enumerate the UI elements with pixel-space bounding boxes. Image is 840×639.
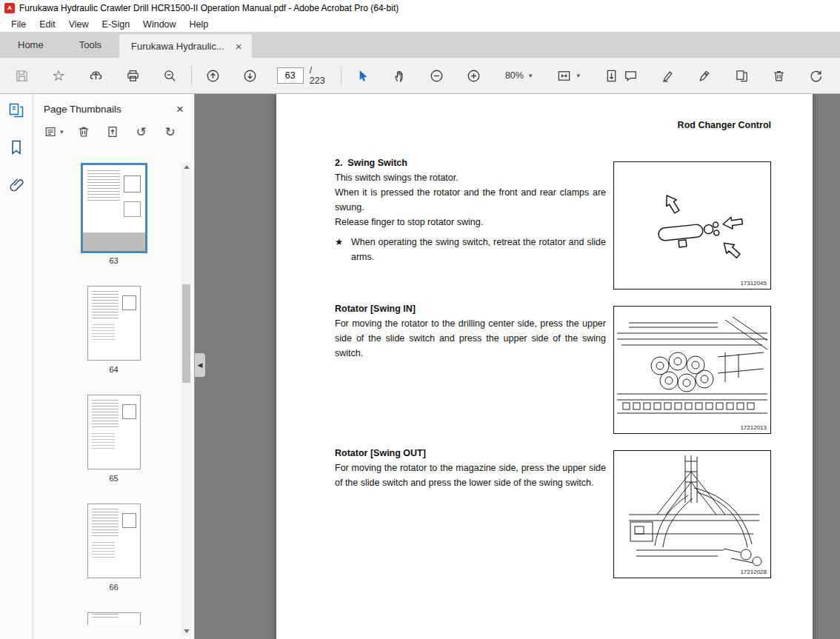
menu-esign[interactable]: E-Sign: [96, 18, 137, 31]
highlighter-icon: [661, 69, 675, 83]
main-area: Page Thumbnails × ▾ ↺ ↻: [0, 94, 840, 639]
hand-tool-button[interactable]: [390, 66, 410, 85]
body-paragraph: For moving the rotator to the drilling c…: [335, 316, 606, 361]
note-text: When operating the swing switch, retreat…: [351, 235, 606, 264]
cursor-arrow-icon: [356, 69, 370, 83]
thumbnail-options-dropdown[interactable]: ▾: [44, 125, 64, 138]
next-page-button[interactable]: [240, 66, 259, 85]
tab-close-icon[interactable]: ×: [233, 41, 244, 52]
figure-swing-switch: 17312045: [613, 161, 771, 290]
thumbnail-preview-lines: [92, 324, 115, 341]
organize-pages-button[interactable]: [732, 66, 751, 85]
delete-thumbnail-button[interactable]: [75, 124, 93, 140]
cloud-upload-icon: [89, 69, 103, 83]
thumbnails-scrollbar[interactable]: [181, 162, 191, 636]
page-scrolling-icon: [604, 69, 619, 83]
thumbnail-page-64[interactable]: [87, 286, 141, 361]
scrolling-mode-button[interactable]: [601, 66, 621, 85]
page-total-label: / 223: [310, 65, 329, 86]
thumbnail-preview-figure: [122, 295, 136, 310]
page-thumbnails-icon: [8, 102, 24, 118]
fountain-pen-icon: [698, 69, 712, 83]
panel-title: Page Thumbnails: [44, 104, 121, 115]
rotate-pages-button[interactable]: [806, 66, 825, 85]
zoom-in-button[interactable]: [464, 66, 484, 85]
highlight-button[interactable]: [658, 66, 677, 85]
thumbnail-list: 63 64 65: [33, 146, 194, 625]
page-thumbnails-panel: Page Thumbnails × ▾ ↺ ↻: [33, 94, 195, 639]
bookmarks-panel-button[interactable]: [7, 138, 26, 157]
scrollbar-thumb[interactable]: [182, 284, 190, 383]
menu-help[interactable]: Help: [183, 18, 216, 31]
tab-home[interactable]: Home: [0, 32, 61, 58]
thumbnail-preview-lines: [92, 291, 119, 319]
page-number-input[interactable]: [277, 67, 304, 84]
rotate-right-button[interactable]: ↻: [161, 124, 179, 140]
figure-id: 17312045: [740, 280, 767, 287]
menu-file[interactable]: File: [4, 18, 33, 31]
delete-pages-button[interactable]: [769, 66, 788, 85]
thumbnail-label: 66: [109, 583, 118, 592]
menu-window[interactable]: Window: [136, 18, 182, 31]
section-heading: 2. Swing Switch: [335, 158, 606, 168]
page-thumbnails-panel-button[interactable]: [7, 101, 26, 120]
printer-icon: [126, 69, 140, 83]
extract-pages-icon: [106, 125, 119, 138]
thumbnail-page-66[interactable]: [87, 503, 141, 578]
menu-view[interactable]: View: [62, 18, 96, 31]
thumbnail-page-67-partial[interactable]: [87, 612, 141, 625]
save-button[interactable]: [12, 66, 31, 85]
section-swing-out: Rotator [Swing OUT] For moving the rotat…: [335, 448, 606, 490]
scroll-down-arrow[interactable]: [184, 629, 190, 633]
figure-swing-out-drawing: [614, 451, 770, 578]
previous-page-button[interactable]: [204, 66, 222, 85]
star-bullet: ★: [335, 235, 351, 264]
thumbnail-preview-figure: [124, 201, 141, 217]
scroll-up-arrow[interactable]: [184, 165, 190, 169]
marquee-zoom-button[interactable]: [160, 66, 179, 85]
tab-tools[interactable]: Tools: [61, 32, 119, 58]
section-heading: Rotator [Swing IN]: [335, 304, 606, 314]
thumbnail-preview-lines: [92, 614, 119, 618]
thumbnail-preview-figure: [122, 404, 136, 419]
navigation-rail: [0, 94, 33, 639]
zoom-level-dropdown[interactable]: 80% ▾: [501, 68, 536, 83]
panel-close-icon[interactable]: ×: [176, 103, 184, 116]
rotate-icon: [809, 69, 823, 83]
minus-circle-icon: [430, 69, 444, 83]
print-button[interactable]: [123, 66, 142, 85]
comment-button[interactable]: [621, 66, 640, 85]
document-view[interactable]: ◀ Rod Changer Control 2. Swing Switch Th…: [195, 94, 840, 639]
rotate-cw-icon: ↻: [164, 126, 175, 138]
main-toolbar: ☆ / 223: [0, 58, 840, 94]
bookmark-icon: [8, 139, 24, 155]
menu-edit[interactable]: Edit: [33, 18, 62, 31]
share-button[interactable]: [86, 66, 105, 85]
extract-pages-button[interactable]: [104, 124, 121, 140]
figure-swing-in: 17212013: [613, 306, 771, 434]
sign-button[interactable]: [695, 66, 714, 85]
favorite-button[interactable]: ☆: [49, 66, 68, 85]
zoom-out-button[interactable]: [427, 66, 447, 85]
thumbnail-preview-figure: [124, 175, 141, 193]
attachments-panel-button[interactable]: [7, 175, 26, 194]
thumbnail-label: 64: [109, 365, 118, 374]
thumbnail-page-65[interactable]: [87, 395, 141, 469]
thumbnail-visible-region: [83, 232, 145, 251]
options-list-icon: [44, 125, 58, 138]
thumbnail-page-63[interactable]: [82, 164, 146, 252]
star-icon: ☆: [52, 68, 65, 83]
collapse-left-icon: ◀: [198, 361, 203, 369]
select-tool-button[interactable]: [353, 66, 373, 85]
organize-pages-icon: [735, 69, 749, 83]
running-header: Rod Changer Control: [678, 120, 771, 130]
body-paragraph: This switch swings the rotator.: [335, 170, 606, 185]
thumbnail-preview-lines: [87, 170, 120, 203]
panel-collapse-handle[interactable]: ◀: [195, 353, 205, 377]
tab-document[interactable]: Furukawa Hydraulic... ×: [119, 34, 251, 58]
rotate-ccw-icon: ↺: [136, 126, 146, 138]
page-fit-dropdown[interactable]: ▾: [553, 67, 584, 85]
page-up-icon: [206, 69, 220, 83]
rotate-left-button[interactable]: ↺: [133, 124, 150, 140]
toolbar-separator: [341, 66, 341, 85]
